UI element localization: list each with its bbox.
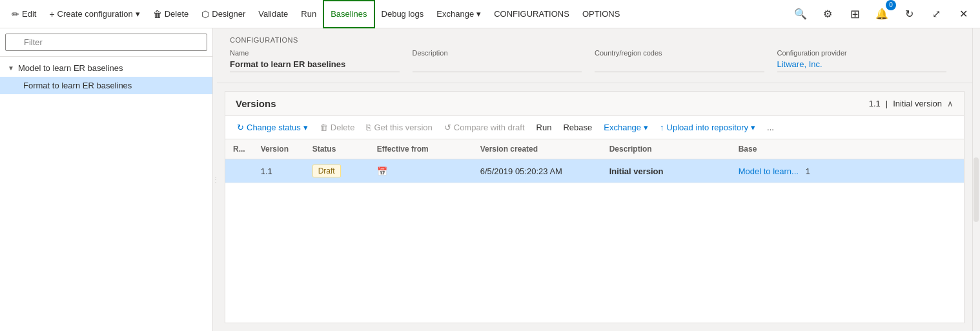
version-number: 1.1 — [869, 99, 881, 108]
change-status-button[interactable]: ↻ Change status ▾ — [232, 120, 313, 135]
versions-section: Versions 1.1 | Initial version ∧ ↻ Chang… — [225, 91, 965, 323]
cell-base: Model to learn... 1 — [731, 159, 964, 183]
bell-icon: 🔔 — [875, 8, 888, 20]
main-layout: 🔍 ▼ Model to learn ER baselines Format t… — [0, 28, 980, 331]
delete-button[interactable]: 🗑 Delete — [147, 0, 196, 28]
col-version-created: Version created — [473, 139, 602, 159]
scrollbar-thumb[interactable] — [974, 157, 979, 222]
versions-title: Versions — [236, 98, 276, 109]
fullscreen-button[interactable]: ⤢ — [924, 3, 948, 26]
create-configuration-button[interactable]: + Create configuration ▾ — [43, 0, 146, 28]
copy-icon: ⎘ — [366, 123, 371, 132]
validate-button[interactable]: Validate — [252, 0, 294, 28]
vtb-run-button[interactable]: Run — [531, 120, 557, 135]
upload-icon: ↑ — [660, 123, 664, 132]
sidebar-item-child[interactable]: Format to learn ER baselines — [0, 77, 212, 94]
toolbar-right: 🔍 ⚙ ⊞ 🔔 0 ↻ ⤢ ✕ — [789, 3, 975, 26]
settings-button[interactable]: ⚙ — [816, 3, 839, 26]
refresh-button[interactable]: ↻ — [897, 3, 921, 26]
provider-label: Configuration provider — [777, 49, 947, 57]
chevron-down-icon: ▼ — [8, 65, 14, 72]
table-body: 1.1 Draft 📅 6/5/2019 05:20:23 AM Initial… — [225, 159, 964, 183]
filter-input[interactable] — [5, 34, 207, 51]
office-icon-button[interactable]: ⊞ — [843, 3, 866, 26]
vtb-delete-button[interactable]: 🗑 Delete — [314, 120, 360, 135]
country-field: Country/region codes — [595, 49, 777, 72]
filter-wrapper: 🔍 — [5, 34, 207, 51]
get-this-version-button[interactable]: ⎘ Get this version — [361, 120, 437, 135]
description-label: Description — [413, 49, 582, 57]
versions-header: Versions 1.1 | Initial version ∧ — [225, 92, 964, 116]
col-status: Status — [305, 139, 369, 159]
meta-separator: | — [886, 99, 888, 108]
compare-with-draft-button[interactable]: ↺ Compare with draft — [439, 120, 530, 135]
col-version: Version — [253, 139, 305, 159]
refresh-icon: ↻ — [905, 8, 914, 20]
vtb-exchange-button[interactable]: Exchange ▾ — [598, 120, 653, 135]
collapse-icon[interactable]: ∧ — [947, 99, 954, 108]
debuglogs-button[interactable]: Debug logs — [375, 0, 431, 28]
table-header: R... Version Status Effective from Versi… — [225, 139, 964, 159]
edit-icon: ✏ — [12, 9, 19, 19]
content-area: CONFIGURATIONS Name Format to learn ER b… — [217, 28, 972, 331]
sidebar-tree: ▼ Model to learn ER baselines Format to … — [0, 57, 212, 97]
notification-area: 🔔 0 — [870, 3, 893, 26]
cell-status: Draft — [305, 159, 369, 183]
more-options-button[interactable]: ... — [762, 120, 779, 135]
filter-area: 🔍 — [0, 28, 212, 57]
chevron-down-icon: ▾ — [751, 123, 755, 132]
edit-button[interactable]: ✏ Edit — [5, 0, 43, 28]
exchange-button[interactable]: Exchange ▾ — [430, 0, 487, 28]
delete-icon: 🗑 — [153, 9, 162, 19]
name-label: Name — [230, 49, 400, 57]
cell-version-created: 6/5/2019 05:20:23 AM — [473, 159, 602, 183]
chevron-down-icon: ▾ — [644, 123, 648, 132]
scrollbar-track — [972, 28, 980, 331]
col-effective-from: Effective from — [369, 139, 473, 159]
provider-value[interactable]: Litware, Inc. — [777, 59, 947, 72]
base-link[interactable]: Model to learn... — [739, 166, 799, 176]
upload-into-repository-button[interactable]: ↑ Upload into repository ▾ — [655, 120, 761, 135]
config-section-label: CONFIGURATIONS — [230, 36, 959, 44]
config-fields: Name Format to learn ER baselines Descri… — [230, 49, 959, 72]
col-description: Description — [602, 139, 731, 159]
rebase-button[interactable]: Rebase — [558, 120, 597, 135]
designer-icon: ⬡ — [201, 9, 209, 19]
config-header: CONFIGURATIONS Name Format to learn ER b… — [217, 28, 972, 83]
search-icon: 🔍 — [794, 8, 807, 20]
office-icon: ⊞ — [850, 7, 860, 21]
versions-meta: 1.1 | Initial version ∧ — [869, 99, 954, 108]
provider-field: Configuration provider Litware, Inc. — [777, 49, 960, 72]
run-button[interactable]: Run — [294, 0, 323, 28]
versions-toolbar: ↻ Change status ▾ 🗑 Delete ⎘ Get this ve… — [225, 116, 964, 139]
fullscreen-icon: ⤢ — [932, 8, 941, 20]
col-base: Base — [731, 139, 964, 159]
sidebar-item-parent[interactable]: ▼ Model to learn ER baselines — [0, 59, 212, 77]
description-field: Description — [413, 49, 595, 72]
compare-icon: ↺ — [444, 123, 451, 132]
sidebar: 🔍 ▼ Model to learn ER baselines Format t… — [0, 28, 213, 331]
close-button[interactable]: ✕ — [952, 3, 975, 26]
options-button[interactable]: OPTIONS — [576, 0, 627, 28]
settings-icon: ⚙ — [823, 8, 832, 20]
col-r: R... — [225, 139, 253, 159]
header-row: R... Version Status Effective from Versi… — [225, 139, 964, 159]
table-row[interactable]: 1.1 Draft 📅 6/5/2019 05:20:23 AM Initial… — [225, 159, 964, 183]
cell-description: Initial version — [602, 159, 731, 183]
version-name: Initial version — [893, 99, 942, 108]
baselines-button[interactable]: Baselines — [323, 0, 374, 28]
cell-effective-from: 📅 — [369, 159, 473, 183]
plus-icon: + — [49, 9, 54, 19]
close-icon: ✕ — [959, 8, 968, 20]
designer-button[interactable]: ⬡ Designer — [195, 0, 252, 28]
status-badge: Draft — [312, 165, 341, 177]
search-button[interactable]: 🔍 — [789, 3, 812, 26]
description-value — [413, 59, 582, 72]
calendar-icon[interactable]: 📅 — [377, 166, 387, 176]
country-label: Country/region codes — [595, 49, 764, 57]
notification-badge: 0 — [886, 0, 896, 10]
configurations-button[interactable]: CONFIGURATIONS — [487, 0, 576, 28]
refresh-icon: ↻ — [237, 123, 244, 132]
chevron-down-icon: ▾ — [476, 9, 481, 19]
cell-r — [225, 159, 253, 183]
